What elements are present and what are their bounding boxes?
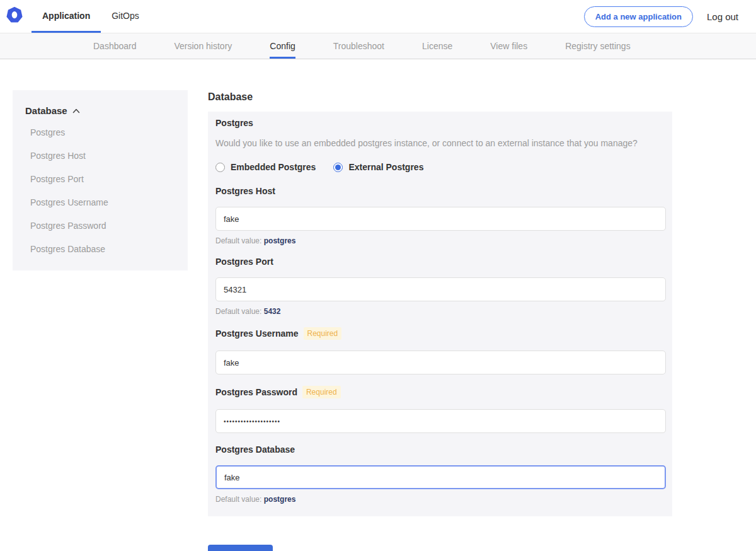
field-postgres-port: Postgres Port Default value: 5432 xyxy=(215,257,666,316)
sidebar-item-postgres-database[interactable]: Postgres Database xyxy=(25,244,175,254)
tab-gitops[interactable]: GitOps xyxy=(101,0,150,33)
subnav-config[interactable]: Config xyxy=(270,33,295,59)
subnav-dashboard[interactable]: Dashboard xyxy=(93,33,137,59)
field-postgres-host: Postgres Host Default value: postgres xyxy=(215,186,666,245)
radio-external-postgres[interactable]: External Postgres xyxy=(333,162,423,172)
field-label: Postgres Port xyxy=(215,257,273,267)
add-new-application-button[interactable]: Add a new application xyxy=(584,6,693,27)
database-config-panel: Postgres Would you like to use an embedd… xyxy=(208,112,672,516)
config-main: Database Postgres Would you like to use … xyxy=(208,90,672,551)
sidebar-item-postgres-host[interactable]: Postgres Host xyxy=(25,151,175,161)
sidebar-group-database[interactable]: Database xyxy=(25,105,175,116)
radio-embedded-postgres[interactable]: Embedded Postgres xyxy=(215,162,316,172)
sidebar-item-postgres-port[interactable]: Postgres Port xyxy=(25,174,175,184)
sidebar-item-postgres-username[interactable]: Postgres Username xyxy=(25,197,175,207)
required-badge: Required xyxy=(302,386,341,398)
group-help-text: Would you like to use an embedded postgr… xyxy=(215,138,666,148)
field-postgres-password: Postgres Password Required xyxy=(215,386,666,433)
field-label: Postgres Password xyxy=(215,387,297,397)
radio-label: Embedded Postgres xyxy=(231,162,316,172)
topbar-right: Add a new application Log out xyxy=(584,0,756,33)
default-value: postgres xyxy=(264,236,296,245)
field-default-helper: Default value: 5432 xyxy=(215,307,666,316)
radio-unselected-icon xyxy=(215,163,225,172)
logout-link[interactable]: Log out xyxy=(707,11,738,22)
field-label: Postgres Username xyxy=(215,328,299,339)
app-logo[interactable] xyxy=(0,0,32,33)
field-label: Postgres Host xyxy=(215,186,275,196)
kots-logo-icon xyxy=(6,7,23,26)
default-value: postgres xyxy=(264,495,296,504)
subnav-view-files[interactable]: View files xyxy=(490,33,527,59)
tab-application[interactable]: Application xyxy=(32,0,101,33)
sidebar-group-label: Database xyxy=(25,105,67,116)
sidebar-item-postgres[interactable]: Postgres xyxy=(25,127,175,137)
chevron-up-icon xyxy=(72,108,80,113)
radio-label: External Postgres xyxy=(348,162,423,172)
subnav-version-history[interactable]: Version history xyxy=(175,33,232,59)
required-badge: Required xyxy=(304,327,342,340)
subnav-license[interactable]: License xyxy=(422,33,452,59)
postgres-password-input[interactable] xyxy=(215,409,666,433)
sidebar-item-postgres-password[interactable]: Postgres Password xyxy=(25,221,175,231)
save-config-button[interactable]: Save config xyxy=(208,545,273,551)
postgres-host-input[interactable] xyxy=(215,207,666,231)
top-navbar: Application GitOps Add a new application… xyxy=(0,0,756,33)
postgres-port-input[interactable] xyxy=(215,277,666,301)
default-value: 5432 xyxy=(264,307,281,316)
config-page: Database Postgres Postgres Host Postgres… xyxy=(0,59,756,551)
field-default-helper: Default value: postgres xyxy=(215,495,666,504)
sidebar-item-list: Postgres Postgres Host Postgres Port Pos… xyxy=(25,127,175,254)
subnav-registry-settings[interactable]: Registry settings xyxy=(565,33,630,59)
subnav-troubleshoot[interactable]: Troubleshoot xyxy=(333,33,384,59)
field-label: Postgres Database xyxy=(215,444,295,455)
radio-selected-icon xyxy=(333,163,343,172)
group-label-postgres: Postgres xyxy=(215,118,666,128)
app-subnav: Dashboard Version history Config Trouble… xyxy=(0,33,756,59)
postgres-mode-radio-group: Embedded Postgres External Postgres xyxy=(215,162,666,172)
field-default-helper: Default value: postgres xyxy=(215,236,666,245)
config-sidebar: Database Postgres Postgres Host Postgres… xyxy=(13,90,188,270)
postgres-username-input[interactable] xyxy=(215,351,666,374)
top-tabs: Application GitOps xyxy=(32,0,150,33)
field-postgres-database: Postgres Database Default value: postgre… xyxy=(215,444,666,504)
postgres-database-input[interactable] xyxy=(215,465,666,489)
field-postgres-username: Postgres Username Required xyxy=(215,327,666,374)
section-title: Database xyxy=(208,91,672,103)
